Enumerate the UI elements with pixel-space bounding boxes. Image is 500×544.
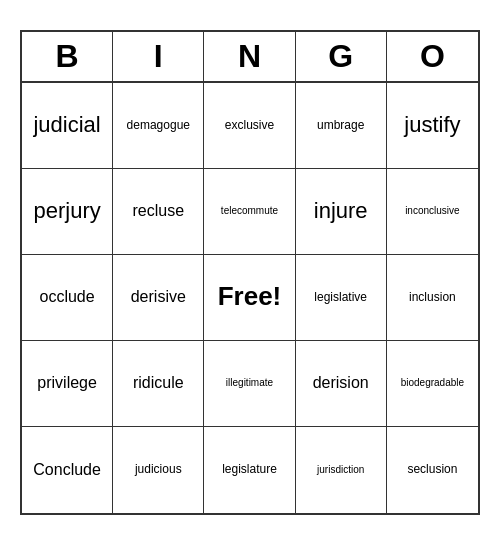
cell-text: derisive bbox=[131, 287, 186, 306]
bingo-cell: telecommute bbox=[204, 169, 295, 255]
bingo-cell: seclusion bbox=[387, 427, 478, 513]
bingo-header: BINGO bbox=[22, 32, 478, 83]
cell-text: occlude bbox=[40, 287, 95, 306]
bingo-cell: judicial bbox=[22, 83, 113, 169]
bingo-card: BINGO judicialdemagogueexclusiveumbragej… bbox=[20, 30, 480, 515]
cell-text: privilege bbox=[37, 373, 97, 392]
cell-text: umbrage bbox=[317, 118, 364, 132]
cell-text: legislature bbox=[222, 462, 277, 476]
bingo-cell: exclusive bbox=[204, 83, 295, 169]
header-letter: G bbox=[296, 32, 387, 81]
bingo-cell: judicious bbox=[113, 427, 204, 513]
cell-text: exclusive bbox=[225, 118, 274, 132]
header-letter: N bbox=[204, 32, 295, 81]
bingo-cell: derisive bbox=[113, 255, 204, 341]
bingo-cell: Conclude bbox=[22, 427, 113, 513]
cell-text: injure bbox=[314, 198, 368, 224]
bingo-cell: justify bbox=[387, 83, 478, 169]
header-letter: I bbox=[113, 32, 204, 81]
cell-text: Conclude bbox=[33, 460, 101, 479]
cell-text: inclusion bbox=[409, 290, 456, 304]
bingo-cell: legislative bbox=[296, 255, 387, 341]
cell-text: inconclusive bbox=[405, 205, 459, 217]
cell-text: perjury bbox=[33, 198, 100, 224]
bingo-cell: illegitimate bbox=[204, 341, 295, 427]
bingo-grid: judicialdemagogueexclusiveumbragejustify… bbox=[22, 83, 478, 513]
bingo-cell: Free! bbox=[204, 255, 295, 341]
bingo-cell: inclusion bbox=[387, 255, 478, 341]
bingo-cell: legislature bbox=[204, 427, 295, 513]
bingo-cell: occlude bbox=[22, 255, 113, 341]
header-letter: B bbox=[22, 32, 113, 81]
cell-text: illegitimate bbox=[226, 377, 273, 389]
cell-text: seclusion bbox=[407, 462, 457, 476]
cell-text: derision bbox=[313, 373, 369, 392]
bingo-cell: derision bbox=[296, 341, 387, 427]
bingo-cell: demagogue bbox=[113, 83, 204, 169]
cell-text: biodegradable bbox=[401, 377, 464, 389]
cell-text: demagogue bbox=[127, 118, 190, 132]
cell-text: telecommute bbox=[221, 205, 278, 217]
bingo-cell: inconclusive bbox=[387, 169, 478, 255]
cell-text: legislative bbox=[314, 290, 367, 304]
cell-text: judicial bbox=[33, 112, 100, 138]
cell-text: Free! bbox=[218, 281, 282, 312]
bingo-cell: umbrage bbox=[296, 83, 387, 169]
bingo-cell: ridicule bbox=[113, 341, 204, 427]
bingo-cell: perjury bbox=[22, 169, 113, 255]
bingo-cell: injure bbox=[296, 169, 387, 255]
bingo-cell: recluse bbox=[113, 169, 204, 255]
cell-text: judicious bbox=[135, 462, 182, 476]
bingo-cell: privilege bbox=[22, 341, 113, 427]
cell-text: recluse bbox=[133, 201, 185, 220]
cell-text: jurisdiction bbox=[317, 464, 364, 476]
bingo-cell: biodegradable bbox=[387, 341, 478, 427]
header-letter: O bbox=[387, 32, 478, 81]
cell-text: justify bbox=[404, 112, 460, 138]
cell-text: ridicule bbox=[133, 373, 184, 392]
bingo-cell: jurisdiction bbox=[296, 427, 387, 513]
